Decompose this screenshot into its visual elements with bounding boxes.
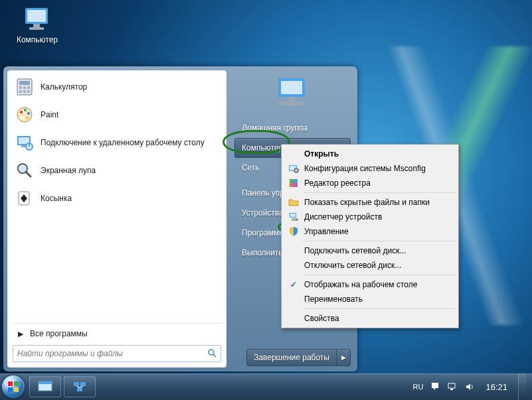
app-icon [72, 381, 87, 393]
svg-rect-44 [292, 218, 296, 221]
program-label: Экранная лупа [41, 166, 96, 176]
svg-point-37 [296, 170, 298, 172]
program-label: Paint [41, 110, 58, 120]
program-item-remote-desktop[interactable]: Подключение к удаленному рабочему столу [10, 129, 224, 157]
language-indicator[interactable]: RU [413, 383, 424, 391]
ctx-unmap-drive[interactable]: Отключить сетевой диск... [283, 258, 457, 273]
taskbar-pinned-app-2[interactable] [64, 376, 96, 397]
search-input[interactable]: Найти программы и файлы [13, 345, 221, 362]
svg-rect-23 [29, 143, 30, 147]
svg-rect-6 [19, 86, 22, 89]
ctx-separator [303, 275, 456, 275]
ctx-separator [303, 241, 456, 241]
svg-rect-9 [19, 90, 22, 93]
svg-rect-31 [281, 81, 302, 94]
all-programs-button[interactable]: ▶ Все программы [13, 323, 221, 342]
svg-rect-39 [294, 179, 298, 183]
folder-icon [287, 196, 300, 208]
user-picture-computer-icon [273, 74, 313, 111]
program-item-magnifier[interactable]: Экранная лупа [10, 157, 224, 184]
svg-point-25 [19, 165, 26, 172]
program-label: Косынка [41, 194, 72, 204]
ctx-device-manager[interactable]: Диспетчер устройств [283, 210, 457, 224]
action-center-icon[interactable] [430, 381, 440, 392]
triangle-right-icon: ▶ [18, 330, 23, 338]
search-icon [207, 348, 217, 360]
program-item-calculator[interactable]: Калькулятор [10, 73, 224, 101]
ctx-show-hidden[interactable]: Показать скрытые файлы и папки [283, 195, 457, 210]
svg-rect-49 [80, 382, 86, 386]
ctx-rename[interactable]: Переименовать [283, 292, 457, 306]
shutdown-button[interactable]: Завершение работы [247, 350, 337, 366]
start-menu-program-list: Калькулятор Paint Подключение к удаленно… [7, 70, 226, 320]
device-manager-icon [287, 211, 300, 223]
shutdown-options-arrow[interactable]: ▶ [337, 350, 350, 366]
svg-rect-11 [27, 90, 30, 93]
magnifier-icon [14, 160, 35, 181]
svg-rect-3 [29, 27, 44, 30]
ctx-show-on-desktop[interactable]: ✓ Отображать на рабочем столе [283, 277, 457, 292]
show-desktop-button[interactable] [518, 373, 527, 400]
app-icon [38, 381, 52, 393]
taskbar-pinned-app-1[interactable] [29, 376, 61, 397]
ctx-properties[interactable]: Свойства [283, 311, 457, 326]
svg-rect-32 [289, 97, 296, 101]
solitaire-icon [14, 188, 35, 209]
windows-orb-icon [2, 375, 25, 398]
svg-point-14 [24, 109, 27, 111]
taskbar: RU 16:21 [0, 373, 532, 400]
network-icon[interactable] [447, 381, 458, 392]
msconfig-icon [287, 163, 300, 174]
desktop-icon-label: Компьютер [17, 35, 58, 44]
svg-rect-40 [290, 183, 294, 187]
svg-rect-19 [19, 137, 29, 144]
svg-rect-48 [74, 382, 79, 386]
ctx-manage[interactable]: Управление [283, 224, 457, 239]
program-item-solitaire[interactable]: Косынка [10, 184, 224, 212]
svg-point-17 [21, 116, 25, 119]
svg-point-15 [27, 112, 30, 115]
start-button[interactable] [0, 373, 27, 400]
program-label: Калькулятор [41, 82, 87, 92]
ctx-separator [303, 308, 456, 309]
context-menu-computer: Открыть Конфигурация системы Msconfig Ре… [281, 144, 459, 328]
svg-rect-38 [290, 179, 294, 183]
program-item-paint[interactable]: Paint [10, 101, 224, 129]
svg-point-33 [280, 101, 304, 106]
svg-rect-53 [448, 383, 455, 388]
svg-line-51 [76, 386, 80, 387]
svg-rect-7 [23, 86, 26, 89]
ctx-map-drive[interactable]: Подключить сетевой диск... [283, 243, 457, 258]
svg-rect-5 [19, 81, 30, 85]
volume-icon[interactable] [464, 381, 475, 392]
svg-line-26 [26, 172, 31, 176]
regedit-icon [287, 177, 300, 189]
start-menu-left-pane: Калькулятор Paint Подключение к удаленно… [7, 70, 226, 367]
paint-icon [14, 104, 35, 125]
remote-desktop-icon [14, 132, 35, 153]
system-tray: RU 16:21 [413, 373, 532, 400]
ctx-regedit[interactable]: Редактор реестра [283, 176, 457, 190]
ctx-msconfig[interactable]: Конфигурация системы Msconfig [283, 161, 457, 176]
svg-rect-10 [23, 90, 26, 93]
desktop-icon-computer[interactable]: Компьютер [12, 7, 62, 44]
search-placeholder: Найти программы и файлы [17, 349, 123, 358]
svg-rect-54 [450, 389, 453, 390]
svg-point-45 [296, 218, 298, 221]
program-label: Подключение к удаленному рабочему столу [41, 138, 205, 148]
check-icon: ✓ [287, 279, 300, 291]
calculator-icon [14, 76, 35, 98]
svg-rect-47 [39, 381, 52, 384]
computer-icon [21, 7, 53, 33]
svg-rect-2 [33, 24, 40, 27]
shield-icon [287, 226, 300, 237]
svg-point-28 [209, 350, 214, 355]
svg-rect-50 [77, 387, 82, 391]
clock[interactable]: 16:21 [486, 382, 507, 392]
svg-line-52 [80, 386, 83, 387]
svg-rect-43 [290, 214, 296, 217]
right-item-homegroup[interactable]: Домашняя группа [234, 118, 351, 138]
svg-point-16 [26, 117, 29, 119]
svg-rect-1 [27, 10, 46, 22]
ctx-open[interactable]: Открыть [283, 147, 457, 161]
